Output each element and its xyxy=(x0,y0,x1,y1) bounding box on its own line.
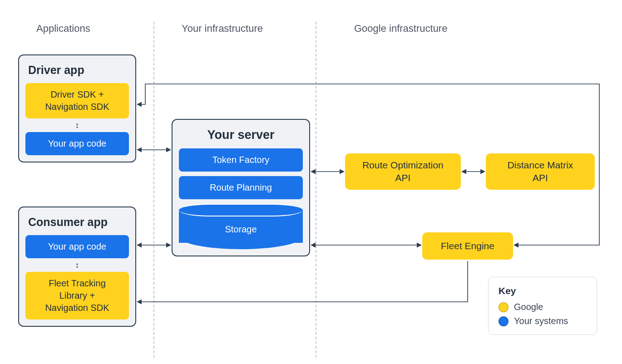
consumer-app-code-box: Your app code xyxy=(25,235,129,258)
driver-sdk-box: Driver SDK + Navigation SDK xyxy=(25,83,129,118)
driver-app-title: Driver app xyxy=(25,64,129,77)
legend-key: Key Google Your systems xyxy=(488,277,597,335)
legend-row-google: Google xyxy=(499,302,587,312)
route-planning-box: Route Planning xyxy=(179,176,303,199)
route-optimization-api-box: Route Optimization API xyxy=(345,153,461,190)
section-applications: Applications xyxy=(36,23,90,34)
consumer-app-card: Consumer app Your app code ↕ Fleet Track… xyxy=(18,207,136,327)
divider-your-google xyxy=(316,22,316,358)
your-server-title: Your server xyxy=(179,128,303,142)
section-your-infrastructure: Your infrastructure xyxy=(182,23,263,34)
section-google-infrastructure: Google infrastructure xyxy=(354,23,447,34)
storage-cylinder: Storage xyxy=(179,204,303,249)
token-factory-box: Token Factory xyxy=(179,148,303,172)
storage-label: Storage xyxy=(179,224,303,235)
consumer-app-title: Consumer app xyxy=(25,216,129,229)
driver-app-code-box: Your app code xyxy=(25,132,129,155)
bi-arrow-icon: ↕ xyxy=(25,261,129,269)
legend-row-your-systems: Your systems xyxy=(499,316,587,326)
consumer-lib-box: Fleet Tracking Library + Navigation SDK xyxy=(25,272,129,320)
distance-matrix-api-box: Distance Matrix API xyxy=(486,153,595,190)
legend-your-systems-label: Your systems xyxy=(514,316,568,326)
divider-apps-infra xyxy=(153,22,154,358)
fleet-engine-box: Fleet Engine xyxy=(422,232,513,260)
legend-google-label: Google xyxy=(514,302,543,312)
driver-app-card: Driver app Driver SDK + Navigation SDK ↕… xyxy=(18,54,136,162)
bi-arrow-icon: ↕ xyxy=(25,121,129,129)
your-server-card: Your server Token Factory Route Planning… xyxy=(172,119,310,256)
swatch-blue-icon xyxy=(499,316,508,326)
swatch-yellow-icon xyxy=(499,302,508,312)
legend-title: Key xyxy=(499,285,587,296)
